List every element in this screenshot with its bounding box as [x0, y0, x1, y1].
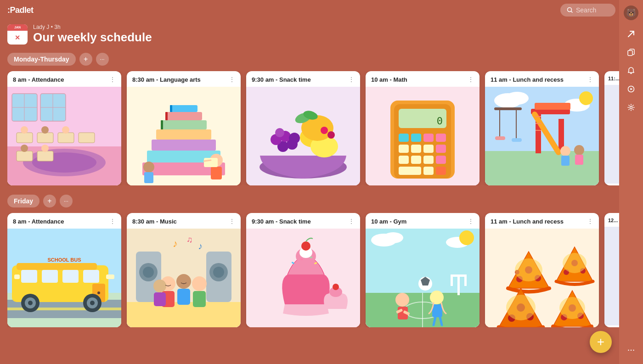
- card-f-snack-menu[interactable]: ⋮: [348, 218, 355, 225]
- svg-rect-66: [436, 134, 446, 142]
- search-bar[interactable]: [560, 4, 615, 17]
- card-f-music: 8:30 am - Music ⋮: [127, 213, 241, 327]
- svg-rect-99: [561, 156, 570, 166]
- svg-rect-72: [411, 156, 421, 164]
- bell-icon[interactable]: [623, 62, 639, 79]
- section-friday-more[interactable]: ···: [60, 195, 73, 207]
- card-mt-snack-image: [246, 87, 360, 185]
- calendar-x: ✕: [15, 34, 20, 41]
- svg-point-175: [395, 293, 409, 307]
- section-monday-thursday-label: Monday-Thursday: [7, 53, 76, 66]
- card-f-gym-menu[interactable]: ⋮: [468, 218, 474, 225]
- card-f-attendance-title: 8 am - Attendance: [13, 218, 64, 225]
- card-f-attendance-menu[interactable]: ⋮: [109, 218, 116, 225]
- card-f-music-image: ♪ ♫ ♪: [127, 229, 241, 327]
- svg-point-136: [176, 274, 191, 289]
- card-mt-math: 10 am - Math ⋮ 0: [366, 71, 479, 185]
- card-mt-attendance: 8 am - Attendance ⋮: [7, 71, 121, 185]
- search-input[interactable]: [576, 6, 608, 14]
- more-options-icon[interactable]: ···: [624, 341, 639, 358]
- settings-icon[interactable]: [623, 99, 639, 116]
- card-mt-language-title: 8:30 am - Language arts: [132, 76, 201, 83]
- card-mt-attendance-menu[interactable]: ⋮: [109, 76, 116, 83]
- svg-rect-28: [165, 112, 202, 120]
- svg-rect-16: [37, 133, 53, 143]
- app-logo: :Padlet: [7, 6, 34, 15]
- svg-rect-15: [17, 133, 33, 143]
- card-mt-snack-title: 9:30 am - Snack time: [252, 76, 311, 83]
- section-friday-label: Friday: [7, 195, 39, 207]
- svg-rect-68: [411, 145, 421, 153]
- svg-text:♪: ♪: [173, 238, 178, 249]
- svg-point-2: [630, 106, 632, 109]
- svg-point-100: [574, 145, 584, 155]
- section-friday-header: Friday + ···: [7, 195, 636, 207]
- svg-rect-113: [83, 270, 99, 283]
- section-monday-thursday-add[interactable]: +: [79, 53, 92, 66]
- svg-point-115: [97, 291, 100, 294]
- svg-point-133: [213, 267, 224, 278]
- card-mt-partial-title: 11:...: [608, 76, 620, 81]
- svg-rect-141: [154, 292, 166, 306]
- svg-rect-30: [156, 129, 211, 140]
- svg-point-98: [560, 146, 570, 156]
- play-icon[interactable]: [623, 81, 639, 97]
- svg-point-154: [333, 284, 339, 290]
- svg-point-198: [559, 297, 585, 319]
- card-mt-language: 8:30 am - Language arts ⋮: [127, 71, 241, 185]
- card-f-music-menu[interactable]: ⋮: [229, 218, 235, 225]
- card-mt-lunch-image: [485, 87, 599, 185]
- svg-point-118: [28, 301, 33, 305]
- card-f-snack-title: 9:30 am - Snack time: [252, 218, 311, 225]
- card-mt-attendance-image: [7, 87, 121, 185]
- svg-rect-170: [451, 274, 467, 277]
- search-icon: [567, 7, 573, 13]
- svg-rect-65: [423, 134, 434, 142]
- svg-point-23: [62, 126, 69, 134]
- svg-point-138: [192, 276, 207, 291]
- svg-rect-137: [177, 289, 190, 305]
- svg-rect-180: [432, 304, 442, 317]
- card-mt-math-image: 0: [366, 87, 479, 185]
- svg-text:♪: ♪: [198, 241, 203, 251]
- user-avatar[interactable]: 🐻: [624, 6, 638, 20]
- svg-rect-75: [399, 167, 421, 175]
- card-f-attendance: 8 am - Attendance ⋮: [7, 213, 121, 327]
- svg-rect-109: [17, 263, 97, 270]
- svg-text:SCHOOL BUS: SCHOOL BUS: [47, 257, 81, 263]
- svg-point-194: [506, 295, 536, 320]
- section-friday-add[interactable]: +: [43, 195, 56, 207]
- copy-icon[interactable]: [623, 44, 639, 61]
- svg-rect-88: [535, 103, 570, 110]
- card-mt-lunch-title: 11 am - Lunch and recess: [491, 76, 564, 83]
- svg-point-24: [21, 145, 28, 152]
- card-mt-language-menu[interactable]: ⋮: [229, 76, 235, 83]
- svg-rect-36: [161, 120, 163, 129]
- card-mt-math-menu[interactable]: ⋮: [468, 76, 474, 83]
- svg-point-165: [459, 230, 474, 245]
- svg-rect-39: [204, 158, 218, 167]
- right-sidebar: 🐻 ···: [619, 0, 643, 364]
- svg-rect-77: [436, 167, 446, 175]
- card-mt-snack-menu[interactable]: ⋮: [348, 76, 355, 83]
- section-monday-thursday-more[interactable]: ···: [96, 53, 109, 66]
- svg-point-22: [41, 126, 49, 134]
- card-mt-lunch-menu[interactable]: ⋮: [587, 76, 593, 83]
- card-f-lunch-menu[interactable]: ⋮: [587, 218, 593, 225]
- svg-point-140: [153, 280, 166, 292]
- svg-point-81: [506, 92, 529, 105]
- svg-rect-35: [165, 112, 168, 120]
- main-content: Monday-Thursday + ··· 8 am - Attendance …: [0, 51, 643, 364]
- add-fab[interactable]: +: [590, 331, 612, 353]
- svg-rect-19: [17, 151, 33, 161]
- svg-point-57: [327, 131, 335, 139]
- svg-rect-67: [399, 145, 409, 153]
- svg-rect-93: [495, 136, 505, 140]
- card-f-partial-title: 12...: [608, 218, 618, 223]
- card-f-lunch: 11 am - Lunch and recess ⋮: [485, 213, 599, 327]
- svg-text:♫: ♫: [186, 235, 193, 244]
- share-icon[interactable]: [623, 26, 639, 42]
- svg-point-190: [563, 253, 587, 273]
- card-mt-snack: 9:30 am - Snack time ⋮: [246, 71, 360, 185]
- svg-rect-20: [37, 151, 53, 161]
